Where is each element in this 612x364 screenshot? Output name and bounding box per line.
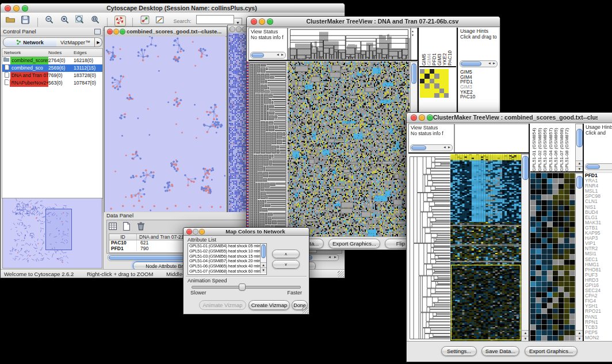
matrix-cell[interactable] (434, 69, 439, 74)
minimize-button[interactable] (13, 5, 20, 12)
matrix-cell[interactable] (439, 79, 444, 83)
move-attribute-down-button[interactable]: ∨ (272, 260, 300, 269)
tv1-row-dendrogram[interactable] (248, 62, 286, 236)
scroll-left-icon[interactable]: ◄ (443, 145, 446, 150)
matrix-cell[interactable] (424, 93, 429, 98)
float-panel-icon[interactable] (94, 29, 101, 35)
matrix-cell[interactable] (430, 83, 434, 88)
tv2-heatmap[interactable] (450, 154, 521, 341)
tv2-detail-heatmap[interactable] (530, 173, 575, 341)
frame1-close-button[interactable] (107, 29, 113, 35)
matrix-cell[interactable] (430, 69, 434, 74)
frame1-minimize-button[interactable] (113, 29, 119, 35)
tv2-save-data-button[interactable]: Save Data... (481, 346, 519, 356)
matrix-cell[interactable] (420, 93, 424, 98)
tv1-summary-matrix[interactable] (420, 69, 449, 98)
dialog-close-button[interactable] (186, 229, 192, 235)
gene-list-item[interactable]: MON2 (584, 335, 612, 340)
tv1-vscroll-thumb[interactable] (411, 63, 416, 84)
matrix-cell[interactable] (424, 69, 429, 74)
matrix-cell[interactable] (439, 74, 444, 78)
matrix-cell[interactable] (444, 93, 449, 98)
scroll-left-icon[interactable]: ◄ (276, 52, 280, 58)
matrix-cell[interactable] (434, 74, 439, 78)
animate-vizmap-button[interactable]: Animate Vizmap (199, 300, 246, 310)
tv2-close-button[interactable] (411, 114, 417, 121)
dialog-resize-grip[interactable] (302, 307, 308, 313)
matrix-cell[interactable] (439, 93, 444, 98)
tv1-close-button[interactable] (251, 18, 257, 25)
frame2-close-button[interactable] (230, 26, 235, 32)
matrix-cell[interactable] (439, 89, 444, 93)
tv1-status-hscrollbar[interactable]: ◄ ► (250, 52, 286, 59)
matrix-cell[interactable] (424, 79, 429, 83)
tv1-heatmap[interactable] (288, 62, 410, 236)
matrix-cell[interactable] (420, 74, 424, 78)
create-vizmap-button[interactable]: Create Vizmap (248, 300, 290, 310)
matrix-cell[interactable] (424, 74, 429, 78)
attribute-list-item[interactable]: GPL51-07 (GSM868) heat shock 60 min (188, 269, 261, 274)
node-attributes-icon[interactable] (140, 15, 150, 25)
matrix-cell[interactable] (444, 89, 449, 93)
matrix-cell[interactable] (434, 93, 439, 98)
matrix-cell[interactable] (430, 74, 434, 78)
tv2-status-hscrollbar[interactable]: ◄ ► (410, 144, 453, 151)
matrix-cell[interactable] (444, 69, 449, 74)
zoom-selected-icon[interactable] (90, 15, 101, 25)
dialog-zoom-button[interactable] (199, 229, 205, 235)
main-title-bar[interactable]: Cytoscape Desktop (Session Name: collins… (1, 3, 345, 13)
col-header-edges[interactable]: Edges (74, 49, 105, 56)
data-col-id[interactable]: ID (109, 234, 137, 240)
matrix-cell[interactable] (439, 83, 444, 88)
tv1-minimize-button[interactable] (259, 18, 265, 25)
attribute-list[interactable]: GPL51-01 (GSM854) heat shock 05 minGPL51… (188, 243, 267, 275)
zoom-fit-icon[interactable] (75, 15, 85, 25)
new-attribute-icon[interactable] (121, 221, 132, 231)
matrix-cell[interactable] (434, 83, 439, 88)
matrix-cell[interactable] (444, 83, 449, 88)
close-button[interactable] (5, 5, 11, 12)
tv2-export-graphics-button[interactable]: Export Graphics... (525, 346, 577, 356)
frame2-minimize-button[interactable] (236, 26, 242, 32)
col-header-network[interactable]: Network (2, 49, 48, 56)
network-list-item[interactable]: combined_sco2569(6)13112(15) (2, 64, 102, 72)
tv2-settings-button[interactable]: Settings... (441, 346, 477, 356)
zoom-out-icon[interactable] (44, 15, 55, 25)
scroll-right-icon[interactable]: ► (447, 145, 451, 150)
matrix-cell[interactable] (420, 69, 424, 74)
scroll-left-icon[interactable]: ◄ (488, 61, 491, 66)
frame1-zoom-button[interactable] (120, 29, 125, 35)
scroll-right-icon[interactable]: ► (334, 255, 337, 260)
matrix-cell[interactable] (439, 69, 444, 74)
scroll-left-icon[interactable]: ◄ (328, 255, 331, 260)
matrix-cell[interactable] (430, 79, 434, 83)
main-resize-grip[interactable] (338, 271, 344, 277)
tv2-zoom-button[interactable] (427, 114, 433, 121)
help-lifering-icon[interactable] (114, 16, 126, 26)
matrix-cell[interactable] (424, 83, 429, 88)
tab-vizmapper[interactable]: VizMapper™ (56, 37, 95, 47)
matrix-cell[interactable] (424, 89, 429, 93)
tv2-row-dendrogram[interactable] (408, 154, 450, 341)
speed-slider-track[interactable] (192, 286, 301, 289)
tv2-vscroll-thumb[interactable] (522, 156, 529, 180)
matrix-cell[interactable] (430, 93, 434, 98)
frame1-title-bar[interactable]: combined_scores_good.txt--cluste... (105, 27, 227, 37)
network-list-item[interactable]: combined_scores2764(0)16218(0) (2, 57, 102, 64)
matrix-cell[interactable] (420, 79, 424, 83)
zoom-in-icon[interactable] (60, 15, 70, 25)
tv2-usage-hscrollbar[interactable] (585, 163, 612, 170)
delete-attribute-icon[interactable] (136, 221, 146, 231)
matrix-cell[interactable] (434, 79, 439, 83)
network-list-item[interactable]: DNA and Tran 07769(0)183728(0) (2, 72, 102, 79)
attribute-grid-icon[interactable] (108, 221, 118, 231)
tab-overflow-button[interactable]: ▶ (95, 37, 102, 47)
tv1-title-bar[interactable]: ClusterMaker TreeView : DNA and Tran 07-… (247, 17, 500, 27)
network1-canvas[interactable] (105, 36, 225, 212)
matrix-cell[interactable] (420, 83, 424, 88)
tv1-export-graphics-button[interactable]: Export Graphics... (328, 239, 380, 248)
dialog-title-bar[interactable]: Map Colors to Network (183, 228, 309, 236)
move-attribute-up-button[interactable]: ∧ (272, 250, 300, 258)
tv2-title-bar[interactable]: ClusterMaker TreeView : combined_scores_… (407, 113, 612, 123)
speed-slider-thumb[interactable] (239, 283, 246, 291)
